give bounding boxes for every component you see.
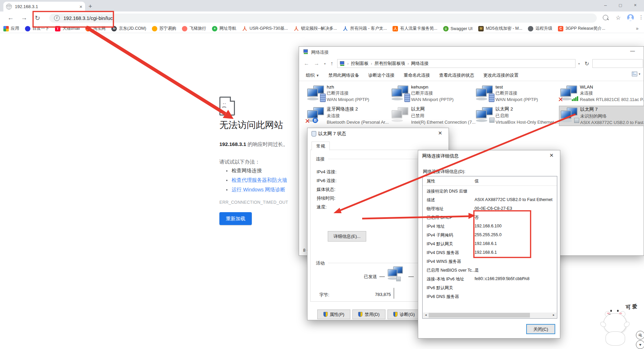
details-dialog-close-icon[interactable]: ✕: [546, 152, 557, 160]
bookmarks-overflow-chevron[interactable]: »: [636, 26, 639, 31]
bookmark-item[interactable]: 远程升级: [528, 26, 552, 31]
bookmark-item[interactable]: +网址导航: [212, 26, 236, 31]
reload-page-button[interactable]: 重新加载: [219, 212, 252, 225]
toolbar-command[interactable]: 更改此连接的设置: [483, 72, 518, 78]
connection-name: 蓝牙网络连接 2: [327, 106, 389, 112]
tab-favicon-globe-icon: [6, 4, 12, 9]
suggestion-item[interactable]: 检查代理服务器和防火墙: [221, 177, 287, 183]
status-row-label: 媒体状态:: [317, 187, 336, 192]
connection-item-以太网 2[interactable]: 以太网 2已启用VirtualBox Host-Only Ethernet ..…: [475, 106, 558, 125]
bookmark-label: 3GPP Release简介...: [565, 26, 605, 31]
toolbar-command[interactable]: 禁用此网络设备: [328, 72, 359, 78]
reload-button[interactable]: ↻: [35, 14, 40, 22]
tab-general[interactable]: 常规: [312, 142, 330, 150]
page-info-icon[interactable]: i: [54, 15, 60, 21]
bookmark-item[interactable]: 人所有问题 - 客户支...: [343, 26, 387, 31]
explorer-search-input[interactable]: [592, 59, 643, 68]
connection-device: WAN Miniport (PPTP): [411, 97, 454, 102]
detail-property: 描述: [427, 197, 435, 203]
status-dialog-icon: [312, 131, 316, 136]
url-text[interactable]: 192.168.3.1/cgi-bin/luci: [63, 16, 114, 21]
breadcrumb-segment[interactable]: 控制面板: [351, 60, 369, 67]
tab-close-icon[interactable]: ×: [79, 4, 82, 9]
star-icon[interactable]: ☆: [616, 14, 621, 21]
explorer-history-chevron-icon[interactable]: ▾: [324, 62, 326, 66]
bookmark-label: 远程升级: [535, 26, 552, 31]
forward-button[interactable]: →: [21, 14, 27, 22]
window-minimize-button[interactable]: –: [598, 0, 613, 11]
scroll-left-icon[interactable]: ◄: [423, 313, 429, 318]
connection-item-以太网 7[interactable]: 以太网 7未识别的网络ASIX AX88772C USB2.0 to Fast.…: [559, 106, 644, 126]
netwin-titlebar[interactable]: 网络连接 —: [299, 47, 644, 57]
menu-icon[interactable]: ⋮: [639, 14, 644, 20]
window-maximize-button[interactable]: ▢: [613, 0, 628, 11]
scroll-right-icon[interactable]: ►: [551, 313, 557, 318]
address-bar[interactable]: i 192.168.3.1/cgi-bin/luci: [49, 14, 597, 23]
bookmark-item[interactable]: 百度一下: [25, 26, 49, 31]
address-dropdown-icon[interactable]: ▾: [578, 62, 580, 66]
connection-item-hzh[interactable]: hzh已断开连接WAN Miniport (PPTP): [306, 84, 390, 104]
connection-item-WLAN[interactable]: ✕WLAN未连接Realtek RTL8821CE 802.11ac P...: [559, 84, 643, 104]
network-adapter-icon: [391, 85, 410, 102]
toolbar-command[interactable]: 查看此连接的状态: [439, 72, 474, 78]
bookmark-item[interactable]: 苏宁易购: [152, 26, 176, 31]
bookmark-item[interactable]: T天猫tmall: [55, 26, 80, 31]
bookmark-item[interactable]: MMD5在线加密 - M...: [478, 26, 522, 31]
connection-item-text: kehuvpn已断开连接WAN Miniport (PPTP): [411, 84, 454, 102]
connection-status: 已断开连接: [411, 90, 454, 96]
back-button[interactable]: ←: [7, 14, 14, 22]
connection-item-蓝牙网络连接 2[interactable]: ✕B蓝牙网络连接 2未连接Bluetooth Device (Personal …: [306, 106, 390, 125]
explorer-back-icon[interactable]: ←: [304, 60, 309, 67]
bookmark-item[interactable]: C3GPP Release简介...: [558, 26, 605, 31]
suggestion-link[interactable]: 检查代理服务器和防火墙: [232, 177, 287, 183]
status-dialog-close-icon[interactable]: ✕: [435, 130, 445, 138]
bookmark-item[interactable]: 人锁定频段--解决多...: [294, 26, 337, 31]
scrollbar-thumb[interactable]: [429, 313, 530, 318]
window-close-button[interactable]: ×: [628, 0, 643, 11]
sticker-badge: 电: [636, 331, 644, 340]
connection-item-text: 以太网 7未识别的网络ASIX AX88772C USB2.0 to Fast.…: [580, 106, 644, 125]
netwin-minimize-button[interactable]: —: [627, 48, 638, 56]
explorer-forward-icon[interactable]: →: [314, 60, 319, 67]
suggestion-item[interactable]: 运行 Windows 网络诊断: [221, 186, 287, 193]
details-button[interactable]: 详细信息(E)...: [328, 231, 366, 242]
uac-shield-icon: [323, 312, 328, 317]
profile-icon[interactable]: [627, 14, 634, 21]
bookmark-item[interactable]: 飞猪旅行: [182, 26, 206, 31]
horizontal-scrollbar[interactable]: ◄ ►: [423, 313, 557, 318]
bookmark-item[interactable]: 人有人流量卡服务简...: [393, 26, 437, 31]
toolbar-command[interactable]: 组织▼: [306, 72, 319, 78]
refresh-icon[interactable]: ↻: [585, 60, 589, 67]
new-tab-button[interactable]: +: [88, 3, 92, 10]
breadcrumb-segment[interactable]: 网络连接: [411, 60, 429, 67]
toolbar-command[interactable]: 诊断这个连接: [368, 72, 395, 78]
dialog-button-disable[interactable]: 禁用(D): [352, 309, 385, 319]
dialog-button-properties[interactable]: 属性(P): [317, 309, 350, 319]
connection-item-以太网[interactable]: 以太网已禁用Intel(R) Ethernet Connection (7...: [390, 106, 474, 125]
sticker-body: [606, 331, 625, 346]
bookmark-item[interactable]: 淘淘宝网: [85, 26, 106, 31]
bookmark-item[interactable]: 人USR-GPRS-730基...: [242, 26, 288, 31]
dialog-button-diagnose[interactable]: 诊断(G): [387, 309, 421, 319]
details-listbox[interactable]: 属性 值 连接特定的 DNS 后缀描述ASIX AX88772C USB2.0 …: [422, 176, 557, 319]
details-row: IPv4 WINS 服务器: [423, 259, 557, 268]
status-dialog-title: 以太网 7 状态: [318, 131, 346, 137]
detail-property: IPv4 DNS 服务器: [427, 250, 459, 256]
explorer-up-icon[interactable]: ↑: [330, 60, 333, 67]
breadcrumb[interactable]: ›控制面板›所有控制面板项›网络连接: [337, 59, 575, 68]
bookmark-item[interactable]: JD京东(JD.COM): [111, 26, 146, 31]
zoom-icon[interactable]: [603, 15, 608, 20]
browser-tab[interactable]: 192.168.3.1 ×: [3, 2, 85, 11]
view-tiles-icon[interactable]: [632, 72, 637, 76]
bookmark-label: 应用: [11, 26, 19, 31]
bookmark-label: Swagger UI: [451, 26, 473, 31]
breadcrumb-segment[interactable]: 所有控制面板项: [374, 60, 405, 67]
connection-item-kehuvpn[interactable]: kehuvpn已断开连接WAN Miniport (PPTP): [390, 84, 474, 104]
bookmark-item[interactable]: 应用: [3, 26, 19, 31]
view-toggle[interactable]: ▾: [632, 72, 640, 76]
close-button[interactable]: 关闭(C): [526, 324, 555, 334]
connection-item-test[interactable]: test已断开连接WAN Miniport (PPTP): [475, 84, 558, 104]
bookmark-item[interactable]: {}Swagger UI: [443, 26, 473, 31]
toolbar-command[interactable]: 重命名此连接: [404, 72, 430, 78]
suggestion-link[interactable]: 运行 Windows 网络诊断: [232, 186, 285, 193]
